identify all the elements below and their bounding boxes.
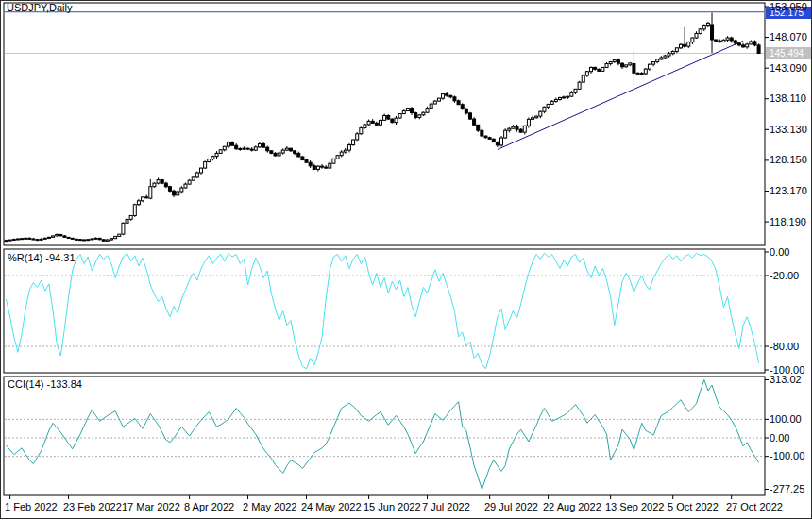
cci-panel[interactable] [4,377,765,495]
bear-candle [391,119,394,123]
bull-candle [660,58,663,59]
bull-candle [433,101,436,104]
bear-candle [387,115,390,119]
bear-candle [684,44,686,46]
bear-candle [325,167,328,168]
bull-candle [118,234,121,236]
bull-candle [94,238,97,239]
bull-candle [629,63,632,65]
bull-candle [177,192,179,195]
price-tick-label: 138.110 [770,92,806,105]
bear-candle [161,180,163,184]
bull-candle [21,239,24,240]
bull-candle [180,188,183,192]
date-tick-label: 15 Jun 2022 [364,501,421,513]
bull-candle [422,112,425,115]
bull-candle [285,148,288,150]
bull-candle [254,147,257,150]
date-tick-label: 17 Mar 2022 [122,501,180,513]
bear-candle [411,109,414,113]
cci-tick-label: 0.00 [770,432,789,444]
bear-candle [636,73,639,74]
cci-tick-label: -100.00 [770,450,804,462]
bear-candle [235,145,238,149]
bull-candle [500,138,503,145]
bull-candle [153,183,156,187]
chart-window: USDJPY,Daily %R(14) -94.31 CCI(14) -133.… [0,0,812,519]
bull-candle [699,29,702,34]
bear-candle [519,129,522,132]
bull-candle [215,153,218,156]
trendline[interactable] [498,41,743,149]
bear-candle [145,197,148,198]
bull-candle [239,148,242,149]
bear-candle [473,119,476,125]
bull-candle [219,150,222,154]
bull-candle [644,69,647,74]
bull-candle [195,173,198,177]
price-tick-label: 118.190 [770,216,806,228]
bear-candle [98,238,101,239]
bull-candle [746,44,749,47]
bull-candle [43,238,46,239]
date-tick-label: 1 Feb 2022 [5,501,58,513]
bull-candle [706,23,709,25]
bear-candle [371,121,374,123]
bear-candle [309,162,312,166]
bull-candle [554,99,557,101]
bull-candle [157,180,160,184]
bull-candle [133,205,136,216]
bull-candle [223,146,226,150]
bear-candle [594,67,597,69]
bull-candle [605,64,608,68]
bull-candle [142,197,144,201]
price-tick-label: 143.090 [770,62,807,75]
bull-candle [5,241,8,242]
bull-candle [316,166,319,169]
date-tick-label: 2 May 2022 [243,501,296,513]
bear-candle [28,238,31,239]
bull-candle [527,119,530,126]
bull-candle [523,126,526,132]
price-tick-label: 153.050 [770,1,807,13]
bear-candle [481,130,483,136]
bear-candle [719,41,721,42]
bull-candle [574,89,577,92]
bear-candle [301,157,304,160]
bull-candle [601,67,604,71]
cci-line [7,380,759,490]
bull-candle [726,38,729,40]
chart-surface[interactable] [1,1,812,519]
bull-candle [691,38,694,42]
bull-candle [356,134,359,140]
bull-candle [695,33,698,38]
bear-candle [164,183,167,187]
bull-candle [426,109,429,113]
bear-candle [274,153,277,156]
bear-candle [266,147,269,151]
bull-candle [570,92,573,96]
bull-candle [512,126,515,128]
bull-candle [550,101,553,104]
bull-candle [211,157,214,159]
bull-candle [702,26,705,29]
bear-candle [63,236,66,237]
bull-candle [402,111,405,114]
bear-candle [757,45,760,54]
bear-candle [102,240,105,241]
wpr-panel[interactable] [4,249,765,373]
bull-candle [122,223,125,234]
bear-candle [488,138,491,140]
bear-candle [621,63,624,67]
cci-indicator-label: CCI(14) -133.84 [8,378,82,390]
wpr-tick-label: -80.00 [770,341,799,353]
bear-candle [250,149,253,150]
bull-candle [652,62,655,65]
bear-candle [270,151,273,154]
bear-candle [67,237,70,238]
bull-candle [188,180,191,184]
price-panel[interactable] [4,3,765,245]
bear-candle [734,41,736,43]
bear-candle [75,239,77,240]
bull-candle [668,54,670,56]
